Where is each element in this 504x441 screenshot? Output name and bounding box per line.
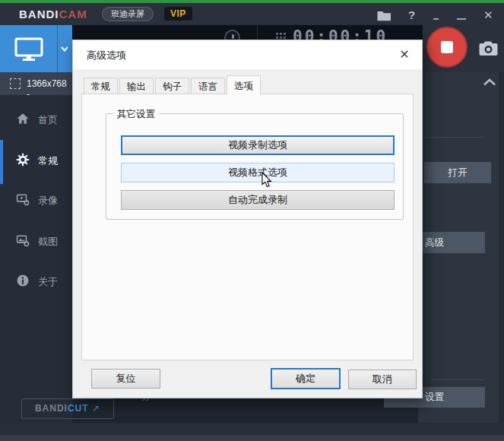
screen-recording-mode-button[interactable] (0, 25, 72, 72)
tab-general[interactable]: 常规 (84, 78, 118, 94)
close-button[interactable]: ✕ (483, 8, 493, 22)
titlebar: BANDICAM 班迪录屏 VIP ? ✕ (0, 3, 504, 25)
folder-icon[interactable] (377, 11, 391, 21)
tab-language[interactable]: 语言 (191, 78, 225, 94)
logo-bandi: BANDI (19, 8, 59, 21)
right-panel: 打开 高级 设置 (418, 72, 504, 423)
home-icon (16, 112, 30, 125)
app-subtitle-badge: 班迪录屏 (102, 7, 154, 21)
open-button[interactable]: 打开 (424, 162, 491, 183)
recording-controls-strip: 00:00:10 (72, 25, 423, 40)
sidebar-item-about[interactable]: 关于 (0, 271, 72, 291)
collapse-chevron-icon[interactable] (483, 78, 496, 86)
dialog-close-button[interactable]: ✕ (396, 47, 413, 62)
sidebar-item-general[interactable]: 常规 (0, 151, 72, 170)
panel-right-edge (499, 72, 504, 423)
minimize-button[interactable] (457, 18, 466, 20)
stop-square-icon (441, 41, 453, 53)
sidebar-item-recording[interactable]: 录像 (0, 190, 72, 210)
record-control-area (423, 25, 504, 72)
other-settings-group: 其它设置 视频录制选项 视频格式选项 自动完成录制 (106, 113, 404, 220)
minimize-tray-button[interactable] (433, 18, 439, 20)
video-format-options-button[interactable]: 视频格式选项 (121, 163, 395, 182)
dialog-title: 高级选项 (87, 49, 126, 62)
chevron-down-icon[interactable] (61, 46, 68, 52)
stop-record-button[interactable] (426, 27, 468, 68)
panel-divider (432, 379, 485, 380)
video-record-options-button[interactable]: 视频录制选项 (121, 135, 395, 155)
logo-cam: CAM (59, 8, 87, 21)
info-icon (16, 274, 30, 287)
mouse-cursor (262, 172, 274, 189)
sidebar: 首页 常规 (0, 95, 72, 423)
bandicut-button[interactable]: BANDICUT ↗ (21, 398, 114, 419)
drag-grid-icon[interactable] (275, 32, 287, 40)
screenshot-icon (16, 233, 30, 248)
panel-divider (423, 137, 483, 138)
auto-complete-recording-button[interactable]: 自动完成录制 (121, 190, 395, 210)
tab-output[interactable]: 输出 (119, 78, 154, 94)
bandicam-window: BANDICAM 班迪录屏 VIP ? ✕ 00:00:10 (0, 0, 504, 441)
recording-timer: 00:00:10 (293, 27, 388, 40)
sidebar-item-home[interactable]: 首页 (0, 109, 72, 129)
advanced-options-dialog: 高级选项 ✕ 常规 输出 钩子 语言 选项 其它设置 视频录制选项 视频格式选项… (72, 40, 423, 398)
dialog-tabs: 常规 输出 钩子 语言 选项 (84, 75, 262, 94)
dialog-titlebar: 高级选项 ✕ (73, 40, 422, 69)
tab-hooks[interactable]: 钩子 (155, 78, 189, 94)
vip-badge: VIP (164, 7, 192, 21)
ok-button[interactable]: 确定 (271, 368, 341, 389)
camera-icon[interactable] (479, 41, 498, 56)
video-icon (16, 192, 30, 207)
tab-panel-options: 其它设置 视频录制选项 视频格式选项 自动完成录制 (81, 94, 414, 360)
tab-options[interactable]: 选项 (227, 75, 261, 95)
reset-button[interactable]: 复位 (91, 369, 160, 389)
gear-icon (16, 153, 30, 167)
capture-region-bar: 1366x768 - (0, 72, 72, 95)
bottom-strip (0, 435, 504, 441)
mode-button-divider (57, 25, 58, 72)
app-logo: BANDICAM (19, 8, 87, 21)
region-select-icon[interactable] (10, 78, 21, 89)
help-button[interactable]: ? (408, 8, 415, 21)
sidebar-item-screenshot[interactable]: 截图 (0, 231, 72, 251)
monitor-icon (14, 37, 43, 61)
external-link-icon: ↗ (92, 403, 100, 414)
group-title: 其它设置 (113, 108, 159, 121)
microphone-icon[interactable] (224, 30, 240, 40)
cancel-button[interactable]: 取消 (348, 370, 417, 389)
strip-divider (257, 25, 258, 40)
